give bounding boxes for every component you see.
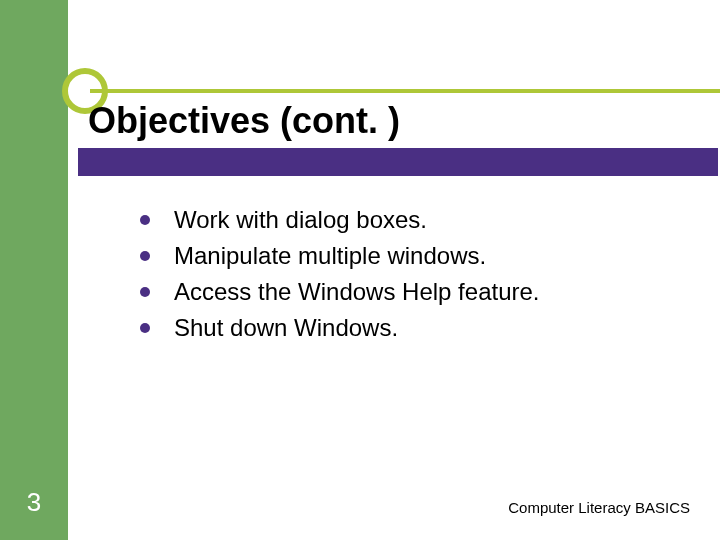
list-item: Manipulate multiple windows. <box>140 242 720 270</box>
bullet-text: Work with dialog boxes. <box>174 206 427 234</box>
bullet-icon <box>140 323 150 333</box>
slide-title: Objectives (cont. ) <box>68 100 720 148</box>
bullet-text: Manipulate multiple windows. <box>174 242 486 270</box>
list-item: Access the Windows Help feature. <box>140 278 720 306</box>
bullet-icon <box>140 251 150 261</box>
bullet-text: Access the Windows Help feature. <box>174 278 540 306</box>
page-number: 3 <box>0 487 68 518</box>
list-item: Shut down Windows. <box>140 314 720 342</box>
bullet-text: Shut down Windows. <box>174 314 398 342</box>
bullet-list: Work with dialog boxes. Manipulate multi… <box>68 206 720 342</box>
bullet-icon <box>140 215 150 225</box>
title-area: Objectives (cont. ) <box>68 0 720 176</box>
footer-text: Computer Literacy BASICS <box>508 499 690 516</box>
list-item: Work with dialog boxes. <box>140 206 720 234</box>
sidebar-accent <box>0 0 68 540</box>
title-underline <box>78 148 718 176</box>
bullet-icon <box>140 287 150 297</box>
slide-content: Objectives (cont. ) Work with dialog box… <box>68 0 720 540</box>
